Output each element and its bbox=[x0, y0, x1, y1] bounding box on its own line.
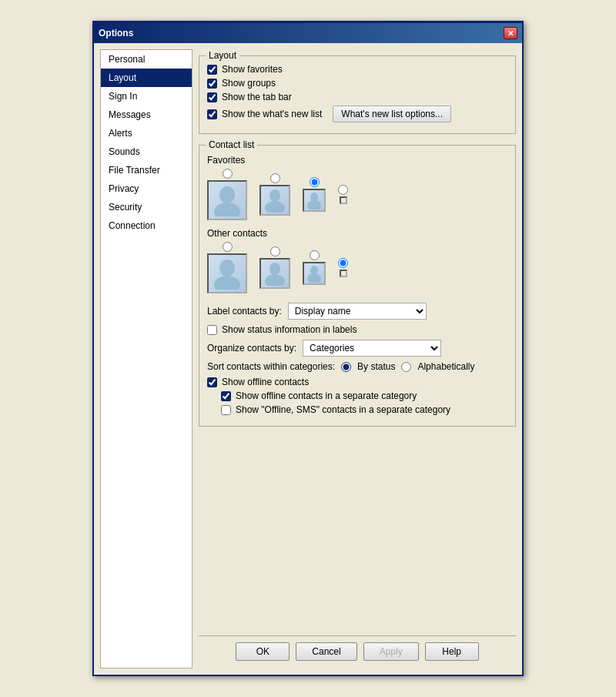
other-dot-option bbox=[338, 258, 348, 277]
bottom-buttons: OK Cancel Apply Help bbox=[199, 635, 516, 669]
window-title: Options bbox=[99, 28, 133, 39]
show-offline-checkbox[interactable] bbox=[207, 377, 217, 387]
favorites-dot-radio[interactable] bbox=[338, 185, 348, 195]
other-dot-radio[interactable] bbox=[338, 258, 348, 268]
main-content: Layout Show favorites Show groups Show t… bbox=[199, 49, 516, 669]
sort-by-status-label: By status bbox=[357, 361, 395, 372]
svg-point-2 bbox=[270, 189, 280, 202]
svg-point-3 bbox=[265, 201, 285, 213]
show-tabbar-checkbox[interactable] bbox=[207, 92, 217, 102]
sidebar-item-layout[interactable]: Layout bbox=[101, 69, 192, 87]
apply-button[interactable]: Apply bbox=[363, 642, 419, 661]
sidebar-item-connection[interactable]: Connection bbox=[101, 216, 192, 235]
other-medium-avatar[interactable] bbox=[259, 258, 290, 289]
sort-contacts-label: Sort contacts within categories: bbox=[207, 361, 335, 372]
svg-point-11 bbox=[307, 273, 321, 283]
show-groups-row: Show groups bbox=[207, 78, 507, 89]
whats-new-options-button[interactable]: What's new list options... bbox=[333, 106, 451, 122]
favorites-size-row bbox=[207, 169, 507, 220]
show-status-row: Show status information in labels bbox=[207, 324, 507, 335]
sort-alphabetically-radio[interactable] bbox=[401, 362, 411, 372]
show-offline-sms-checkbox[interactable] bbox=[221, 405, 231, 415]
show-whatsnew-checkbox[interactable] bbox=[207, 109, 217, 119]
show-offline-sms-label: Show "Offline, SMS" contacts in a separa… bbox=[236, 404, 450, 415]
sidebar-item-sounds[interactable]: Sounds bbox=[101, 142, 192, 161]
sidebar-item-messages[interactable]: Messages bbox=[101, 106, 192, 124]
show-groups-label: Show groups bbox=[222, 78, 276, 89]
other-small-avatar[interactable] bbox=[303, 262, 326, 285]
window-body: Personal Layout Sign In Messages Alerts … bbox=[94, 43, 522, 675]
svg-point-9 bbox=[265, 274, 285, 286]
layout-group-label: Layout bbox=[206, 50, 239, 61]
favorites-medium-radio[interactable] bbox=[270, 173, 280, 183]
favorites-dot-option bbox=[338, 185, 348, 204]
sidebar-item-signin[interactable]: Sign In bbox=[101, 87, 192, 106]
other-small-radio[interactable] bbox=[310, 250, 320, 260]
favorites-large-avatar[interactable] bbox=[207, 180, 247, 220]
organize-contacts-label: Organize contacts by: bbox=[207, 343, 296, 354]
ok-button[interactable]: OK bbox=[236, 642, 290, 661]
favorites-small-avatar[interactable] bbox=[303, 189, 326, 212]
sidebar-item-filetransfer[interactable]: File Transfer bbox=[101, 161, 192, 179]
show-offline-separate-label: Show offline contacts in a separate cate… bbox=[236, 390, 417, 401]
other-contacts-size-row bbox=[207, 242, 507, 293]
sidebar-item-privacy[interactable]: Privacy bbox=[101, 179, 192, 198]
show-status-checkbox[interactable] bbox=[207, 325, 217, 335]
favorites-medium-option bbox=[259, 173, 290, 216]
show-favorites-checkbox[interactable] bbox=[207, 65, 217, 75]
layout-group: Layout Show favorites Show groups Show t… bbox=[199, 55, 516, 134]
options-window: Options ✕ Personal Layout Sign In Messag… bbox=[92, 21, 524, 676]
label-contacts-row: Label contacts by: Display name Email ad… bbox=[207, 303, 507, 320]
sort-contacts-row: Sort contacts within categories: By stat… bbox=[207, 361, 507, 372]
sort-alphabetically-label: Alphabetically bbox=[417, 361, 474, 372]
title-bar: Options ✕ bbox=[94, 23, 522, 43]
contact-list-label: Contact list bbox=[206, 139, 257, 150]
close-button[interactable]: ✕ bbox=[504, 27, 517, 39]
show-tabbar-label: Show the tab bar bbox=[222, 92, 292, 102]
sidebar-item-security[interactable]: Security bbox=[101, 198, 192, 216]
other-large-avatar[interactable] bbox=[207, 253, 247, 293]
cancel-button[interactable]: Cancel bbox=[296, 642, 357, 661]
other-large-radio[interactable] bbox=[223, 242, 233, 252]
organize-contacts-row: Organize contacts by: Categories Groups … bbox=[207, 340, 507, 357]
help-button[interactable]: Help bbox=[425, 642, 479, 661]
svg-point-6 bbox=[219, 260, 235, 276]
show-offline-row: Show offline contacts bbox=[207, 377, 507, 387]
favorites-dot-avatar[interactable] bbox=[340, 196, 347, 204]
favorites-small-radio[interactable] bbox=[310, 177, 320, 187]
svg-point-5 bbox=[307, 200, 321, 209]
sidebar: Personal Layout Sign In Messages Alerts … bbox=[100, 49, 192, 669]
show-favorites-row: Show favorites bbox=[207, 64, 507, 75]
other-medium-option bbox=[259, 246, 290, 289]
show-offline-separate-row: Show offline contacts in a separate cate… bbox=[221, 390, 507, 401]
favorites-medium-avatar[interactable] bbox=[259, 185, 290, 216]
svg-point-0 bbox=[219, 186, 235, 203]
show-offline-label: Show offline contacts bbox=[222, 377, 309, 387]
favorites-large-radio[interactable] bbox=[223, 169, 233, 179]
other-small-option bbox=[303, 250, 326, 285]
favorites-small-option bbox=[303, 177, 326, 212]
other-medium-radio[interactable] bbox=[270, 246, 280, 256]
favorites-large-option bbox=[207, 169, 247, 220]
sidebar-item-personal[interactable]: Personal bbox=[101, 50, 192, 69]
show-favorites-label: Show favorites bbox=[222, 64, 283, 75]
show-status-label: Show status information in labels bbox=[222, 324, 357, 335]
svg-point-8 bbox=[270, 263, 280, 275]
other-large-option bbox=[207, 242, 247, 293]
show-offline-separate-checkbox[interactable] bbox=[221, 391, 231, 401]
sidebar-item-alerts[interactable]: Alerts bbox=[101, 124, 192, 142]
other-contacts-section-title: Other contacts bbox=[207, 228, 507, 239]
show-offline-sms-row: Show "Offline, SMS" contacts in a separa… bbox=[221, 404, 507, 415]
other-dot-avatar[interactable] bbox=[340, 270, 347, 277]
show-groups-checkbox[interactable] bbox=[207, 79, 217, 89]
svg-point-1 bbox=[214, 203, 240, 216]
show-whatsnew-row: Show the what's new list What's new list… bbox=[207, 106, 507, 122]
show-tabbar-row: Show the tab bar bbox=[207, 92, 507, 102]
organize-contacts-select[interactable]: Categories Groups None bbox=[303, 340, 441, 357]
favorites-section-title: Favorites bbox=[207, 155, 507, 166]
contact-list-group: Contact list Favorites bbox=[199, 145, 516, 427]
svg-point-7 bbox=[214, 276, 240, 290]
label-contacts-label: Label contacts by: bbox=[207, 306, 282, 317]
sort-by-status-radio[interactable] bbox=[341, 362, 351, 372]
label-contacts-select[interactable]: Display name Email address Nickname bbox=[288, 303, 427, 320]
